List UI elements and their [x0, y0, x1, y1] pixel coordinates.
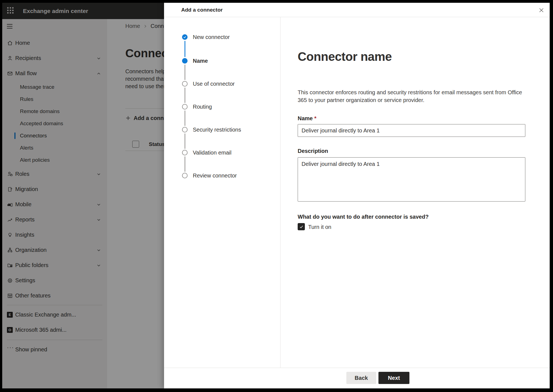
description-textarea[interactable]: Deliver journal directly to Area 1 — [298, 157, 525, 202]
screenshot-frame: Exchange admin center Home Recipients Ma… — [0, 0, 553, 392]
step-upcoming-icon — [182, 127, 188, 132]
modal-title: Add a connector — [181, 3, 223, 17]
step-upcoming-icon — [182, 173, 188, 178]
step-routing[interactable]: Routing — [164, 103, 280, 111]
step-connector-line — [185, 88, 185, 103]
content-description: This connector enforces routing and secu… — [298, 88, 525, 104]
turn-it-on-checkbox[interactable] — [298, 223, 305, 230]
wizard-steps: New connector Name Use of connector — [164, 17, 281, 368]
step-completed-icon — [182, 34, 188, 40]
step-current-icon — [182, 58, 188, 64]
step-connector-line — [185, 41, 185, 57]
step-upcoming-icon — [182, 150, 188, 155]
turn-it-on-label: Turn it on — [308, 224, 331, 230]
app-window: Exchange admin center Home Recipients Ma… — [2, 3, 550, 388]
description-field-label: Description — [298, 148, 328, 154]
step-connector-line — [185, 111, 185, 126]
step-connector-line — [185, 156, 185, 172]
after-save-question: What do you want to do after connector i… — [298, 214, 429, 220]
step-new-connector[interactable]: New connector — [164, 33, 280, 41]
step-upcoming-icon — [182, 104, 188, 109]
step-connector-line — [185, 134, 185, 149]
name-input[interactable] — [298, 124, 525, 137]
modal-footer: Back Next — [164, 368, 550, 388]
close-icon[interactable] — [537, 6, 546, 15]
required-asterisk: * — [314, 115, 316, 121]
content-heading: Connector name — [298, 50, 392, 64]
modal-body: New connector Name Use of connector — [164, 17, 550, 368]
modal-header: Add a connector — [164, 3, 550, 17]
step-security-restrictions[interactable]: Security restrictions — [164, 126, 280, 134]
add-connector-modal: Add a connector New connector Name — [164, 3, 550, 388]
name-field-label: Name * — [298, 115, 316, 122]
step-validation-email[interactable]: Validation email — [164, 149, 280, 156]
step-connector-line — [185, 65, 185, 80]
modal-content: Connector name This connector enforces r… — [281, 17, 550, 368]
step-use-of-connector[interactable]: Use of connector — [164, 80, 280, 88]
step-review-connector[interactable]: Review connector — [164, 172, 280, 179]
step-upcoming-icon — [182, 81, 188, 87]
next-button[interactable]: Next — [378, 372, 409, 384]
step-name[interactable]: Name — [164, 57, 280, 65]
back-button[interactable]: Back — [346, 372, 376, 384]
